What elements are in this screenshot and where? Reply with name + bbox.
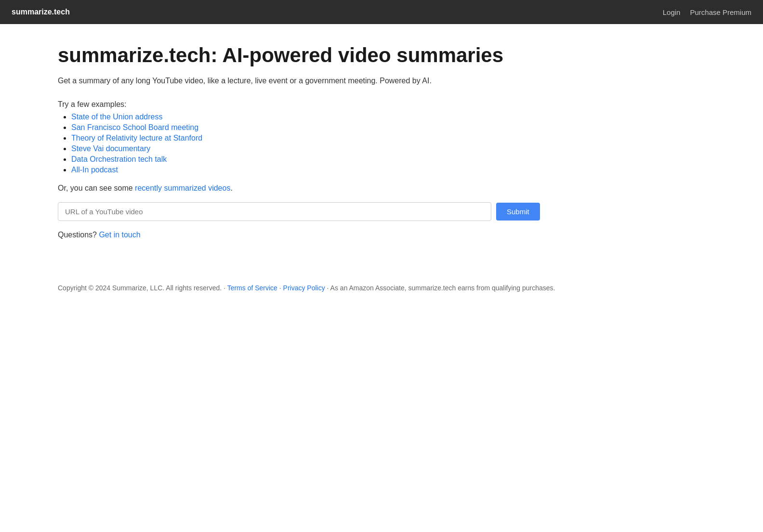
navbar-right: Login Purchase Premium [663, 8, 751, 16]
example-link-3[interactable]: Theory of Relativity lecture at Stanford [71, 134, 202, 142]
purchase-premium-link[interactable]: Purchase Premium [690, 8, 751, 16]
questions-prefix: Questions? [58, 231, 99, 239]
list-item: San Francisco School Board meeting [71, 123, 705, 132]
examples-intro: Try a few examples: [58, 100, 705, 109]
main-content: summarize.tech: AI-powered video summari… [0, 24, 763, 268]
navbar: summarize.tech Login Purchase Premium [0, 0, 763, 24]
terms-of-service-link[interactable]: Terms of Service [227, 284, 277, 292]
footer-amazon-text: · As an Amazon Associate, summarize.tech… [325, 284, 555, 292]
footer-separator1: · [277, 284, 283, 292]
url-input[interactable] [58, 202, 491, 221]
login-link[interactable]: Login [663, 8, 681, 16]
list-item: All-In podcast [71, 166, 705, 174]
submit-button[interactable]: Submit [496, 203, 540, 221]
page-subtitle: Get a summary of any long YouTube video,… [58, 75, 705, 87]
examples-list: State of the Union address San Francisco… [58, 113, 705, 174]
example-link-5[interactable]: Data Orchestration tech talk [71, 155, 167, 163]
list-item: Data Orchestration tech talk [71, 155, 705, 164]
footer: Copyright © 2024 Summarize, LLC. All rig… [0, 268, 763, 308]
privacy-policy-link[interactable]: Privacy Policy [283, 284, 325, 292]
list-item: State of the Union address [71, 113, 705, 121]
recently-summarized-link[interactable]: recently summarized videos [135, 184, 230, 192]
page-title: summarize.tech: AI-powered video summari… [58, 43, 705, 67]
list-item: Steve Vai documentary [71, 144, 705, 153]
example-link-1[interactable]: State of the Union address [71, 113, 162, 121]
recently-prefix: Or, you can see some [58, 184, 135, 192]
list-item: Theory of Relativity lecture at Stanford [71, 134, 705, 143]
example-link-2[interactable]: San Francisco School Board meeting [71, 123, 198, 131]
example-link-4[interactable]: Steve Vai documentary [71, 144, 150, 153]
url-form: Submit [58, 202, 705, 221]
questions-text: Questions? Get in touch [58, 231, 705, 239]
recently-text: Or, you can see some recently summarized… [58, 184, 705, 193]
brand-link[interactable]: summarize.tech [12, 8, 70, 16]
example-link-6[interactable]: All-In podcast [71, 166, 118, 174]
footer-copyright: Copyright © 2024 Summarize, LLC. All rig… [58, 284, 227, 292]
get-in-touch-link[interactable]: Get in touch [99, 231, 140, 239]
footer-text: Copyright © 2024 Summarize, LLC. All rig… [58, 283, 705, 293]
recently-suffix: . [230, 184, 232, 192]
